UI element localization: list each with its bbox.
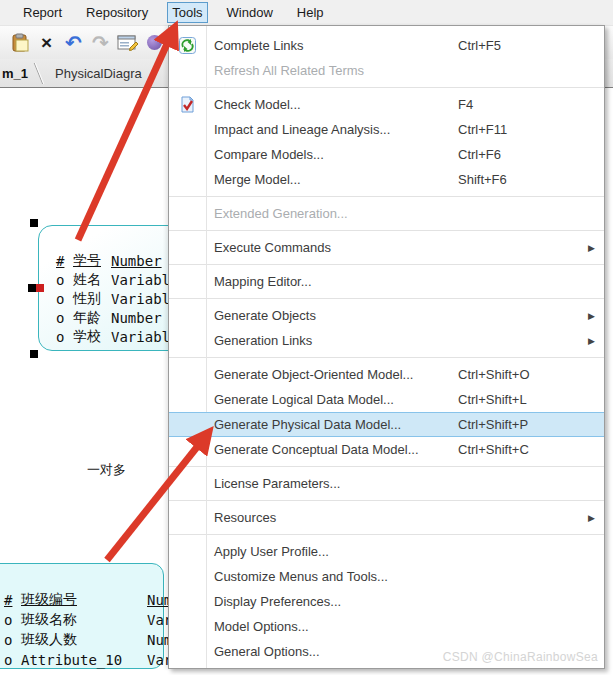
- tools-dropdown-menu: Complete LinksCtrl+F5Refresh All Related…: [168, 25, 605, 669]
- attribute-name: 年龄: [73, 309, 111, 327]
- menu-item-shortcut: Ctrl+Shift+L: [458, 392, 527, 407]
- menu-item-label: Refresh All Related Terms: [214, 63, 364, 78]
- menu-item-label: Model Options...: [214, 619, 309, 634]
- menubar-item-help[interactable]: Help: [292, 2, 329, 23]
- menu-item-display-preferences[interactable]: Display Preferences...: [169, 589, 604, 614]
- menu-item-label: Extended Generation...: [214, 206, 348, 221]
- application-window: ReportRepositoryToolsWindowHelp ×↶↷ m_1 …: [0, 0, 613, 675]
- menu-item-shortcut: Ctrl+F5: [458, 38, 501, 53]
- menu-separator: [169, 534, 604, 535]
- menu-item-label: Complete Links: [214, 38, 304, 53]
- delete-icon[interactable]: ×: [33, 30, 60, 56]
- menu-item-extended-generation: Extended Generation...: [169, 201, 604, 226]
- selection-handle-top-left[interactable]: [30, 219, 38, 227]
- menu-separator: [169, 357, 604, 358]
- menu-bar: ReportRepositoryToolsWindowHelp: [0, 0, 613, 25]
- paste-icon[interactable]: [6, 30, 33, 56]
- menu-separator: [169, 264, 604, 265]
- attribute-row: o班级名称Variable: [0, 610, 163, 630]
- menu-item-label: Check Model...: [214, 97, 301, 112]
- watermark: CSDN @ChinaRainbowSea: [443, 650, 598, 664]
- redo-icon[interactable]: ↷: [87, 30, 114, 56]
- menu-item-label: Mapping Editor...: [214, 274, 312, 289]
- selection-handle-mid-left[interactable]: [28, 284, 36, 292]
- menu-separator: [169, 230, 604, 231]
- menubar-item-tools[interactable]: Tools: [167, 2, 207, 23]
- submenu-arrow-icon: ▶: [588, 243, 595, 253]
- attribute-name: 班级名称: [21, 611, 147, 629]
- attribute-marker: #: [56, 253, 73, 269]
- attribute-marker: o: [56, 329, 73, 345]
- attribute-name: 学校: [73, 328, 111, 346]
- attribute-marker: #: [4, 592, 21, 608]
- attribute-name: 性别: [73, 290, 111, 308]
- entity-class[interactable]: #班级编号Numbero班级名称Variableo班级人数NumberoAttr…: [0, 563, 164, 669]
- tab-diagram-1[interactable]: m_1: [2, 66, 28, 81]
- attribute-name: 班级编号: [21, 591, 147, 609]
- menu-item-label: Generation Links: [214, 333, 312, 348]
- menu-item-label: Generate Objects: [214, 308, 316, 323]
- menu-item-apply-user-profile[interactable]: Apply User Profile...: [169, 539, 604, 564]
- menu-item-generate-objects[interactable]: Generate Objects▶: [169, 303, 604, 328]
- attribute-name: 班级人数: [21, 631, 147, 649]
- menu-item-resources[interactable]: Resources▶: [169, 505, 604, 530]
- menu-item-compare-models[interactable]: Compare Models...Ctrl+F6: [169, 142, 604, 167]
- menu-item-label: Merge Model...: [214, 172, 301, 187]
- menu-item-mapping-editor[interactable]: Mapping Editor...: [169, 269, 604, 294]
- attribute-row: o班级人数Number: [0, 630, 163, 650]
- attribute-name: Attribute_10: [21, 652, 147, 668]
- menubar-item-report[interactable]: Report: [18, 2, 67, 23]
- menu-separator: [169, 466, 604, 467]
- tab-physical-diagram[interactable]: PhysicalDiagra: [55, 66, 142, 81]
- relationship-label[interactable]: 一对多: [87, 461, 126, 479]
- attribute-marker: o: [56, 291, 73, 307]
- menu-item-label: Impact and Lineage Analysis...: [214, 122, 390, 137]
- submenu-arrow-icon: ▶: [588, 336, 595, 346]
- menubar-item-window[interactable]: Window: [222, 2, 278, 23]
- menu-item-label: Generate Physical Data Model...: [214, 417, 401, 432]
- attribute-row: #班级编号Number: [0, 590, 163, 610]
- menu-item-check-model[interactable]: Check Model...F4: [169, 92, 604, 117]
- attribute-marker: o: [4, 652, 21, 668]
- partial-purple-icon[interactable]: [141, 30, 168, 56]
- undo-icon[interactable]: ↶: [60, 30, 87, 56]
- properties-icon[interactable]: [114, 30, 141, 56]
- menu-item-complete-links[interactable]: Complete LinksCtrl+F5: [169, 33, 604, 58]
- attribute-marker: o: [56, 272, 73, 288]
- menu-item-label: Display Preferences...: [214, 594, 341, 609]
- menu-item-impact-and-lineage-analysis[interactable]: Impact and Lineage Analysis...Ctrl+F11: [169, 117, 604, 142]
- attribute-marker: o: [4, 632, 21, 648]
- menu-item-generate-physical-data-model[interactable]: Generate Physical Data Model...Ctrl+Shif…: [169, 412, 604, 437]
- attribute-marker: o: [56, 310, 73, 326]
- menu-item-generate-object-oriented-model[interactable]: Generate Object-Oriented Model...Ctrl+Sh…: [169, 362, 604, 387]
- menu-item-label: Generate Conceptual Data Model...: [214, 442, 419, 457]
- attribute-type: Number: [111, 310, 162, 326]
- check-model-icon: [179, 96, 196, 113]
- menu-item-customize-menus-and-tools[interactable]: Customize Menus and Tools...: [169, 564, 604, 589]
- menu-item-execute-commands[interactable]: Execute Commands▶: [169, 235, 604, 260]
- attach-point-marker: [36, 284, 44, 292]
- attribute-type: Number: [111, 253, 162, 269]
- complete-links-icon: [179, 37, 196, 54]
- menu-item-generation-links[interactable]: Generation Links▶: [169, 328, 604, 353]
- menu-item-label: Customize Menus and Tools...: [214, 569, 388, 584]
- menu-item-generate-logical-data-model[interactable]: Generate Logical Data Model...Ctrl+Shift…: [169, 387, 604, 412]
- tab-separator: [34, 63, 43, 84]
- menu-item-license-parameters[interactable]: License Parameters...: [169, 471, 604, 496]
- menubar-item-repository[interactable]: Repository: [81, 2, 153, 23]
- attribute-marker: o: [4, 612, 21, 628]
- selection-handle-bottom-left[interactable]: [30, 350, 38, 358]
- menu-separator: [169, 87, 604, 88]
- menu-item-merge-model[interactable]: Merge Model...Shift+F6: [169, 167, 604, 192]
- menu-item-generate-conceptual-data-model[interactable]: Generate Conceptual Data Model...Ctrl+Sh…: [169, 437, 604, 462]
- attribute-row: oAttribute_10Variable: [0, 650, 163, 670]
- menu-item-model-options[interactable]: Model Options...: [169, 614, 604, 639]
- menu-item-refresh-all-related-terms: Refresh All Related Terms: [169, 58, 604, 83]
- menu-item-shortcut: Shift+F6: [458, 172, 507, 187]
- menu-item-label: Generate Object-Oriented Model...: [214, 367, 413, 382]
- menu-item-label: Apply User Profile...: [214, 544, 329, 559]
- menu-item-shortcut: Ctrl+Shift+O: [458, 367, 530, 382]
- menu-item-label: License Parameters...: [214, 476, 340, 491]
- attribute-name: 学号: [73, 252, 111, 270]
- menu-item-label: General Options...: [214, 644, 320, 659]
